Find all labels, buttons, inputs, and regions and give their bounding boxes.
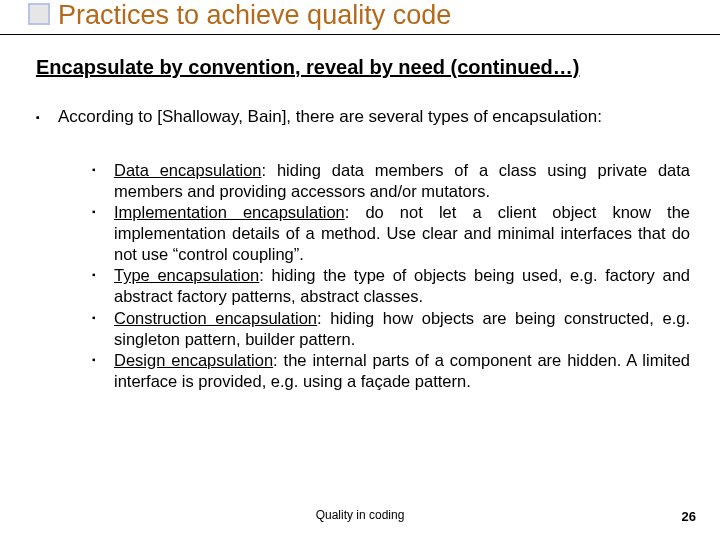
list-item: ▪ Construction encapsulation: hiding how… [92,308,690,350]
term: Implementation encapsulation [114,203,345,221]
list-text: Construction encapsulation: hiding how o… [114,308,690,350]
list-text: Type encapsulation: hiding the type of o… [114,265,690,307]
list-item: ▪ Design encapsulation: the internal par… [92,350,690,392]
list-text: Design encapsulation: the internal parts… [114,350,690,392]
title-square-icon [28,3,50,25]
list-item: ▪ Type encapsulation: hiding the type of… [92,265,690,307]
term: Data encapsulation [114,161,262,179]
title-row: Practices to achieve quality code [28,0,700,31]
list-text: Data encapsulation: hiding data members … [114,160,690,202]
slide: Practices to achieve quality code Encaps… [0,0,720,540]
slide-title: Practices to achieve quality code [58,0,451,30]
slide-subtitle: Encapsulate by convention, reveal by nee… [36,56,579,79]
bullet-icon: ▪ [92,160,114,202]
intro-item: ▪ According to [Shalloway, Bain], there … [36,106,690,128]
bullet-icon: ▪ [92,350,114,392]
sublist: ▪ Data encapsulation: hiding data member… [92,160,690,392]
bullet-icon: ▪ [92,265,114,307]
page-number: 26 [682,509,696,524]
term: Design encapsulation [114,351,273,369]
bullet-icon: ▪ [92,202,114,265]
bullet-icon: ▪ [36,106,58,128]
title-underline [0,34,720,35]
list-item: ▪ Data encapsulation: hiding data member… [92,160,690,202]
footer-center: Quality in coding [0,508,720,522]
bullet-icon: ▪ [92,308,114,350]
list-item: ▪ Implementation encapsulation: do not l… [92,202,690,265]
list-text: Implementation encapsulation: do not let… [114,202,690,265]
body: ▪ According to [Shalloway, Bain], there … [36,106,690,392]
term: Construction encapsulation [114,309,317,327]
term: Type encapsulation [114,266,259,284]
intro-text: According to [Shalloway, Bain], there ar… [58,106,690,128]
